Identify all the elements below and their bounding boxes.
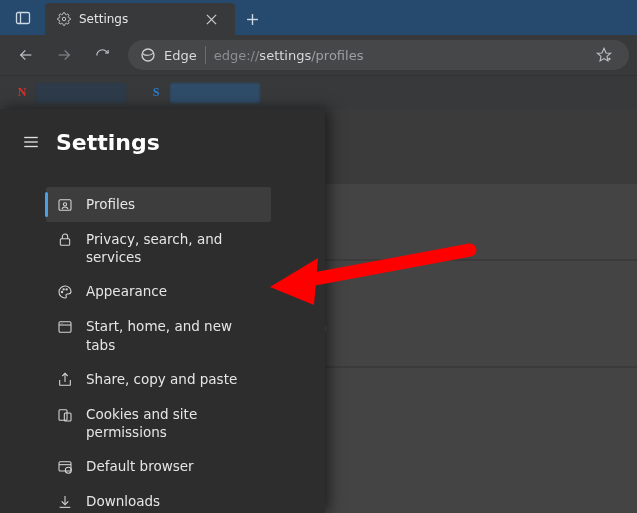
lock-icon <box>56 231 74 249</box>
bookmark-item[interactable]: N <box>6 80 134 106</box>
address-url: edge://settings/profiles <box>214 48 364 63</box>
window-icon <box>56 318 74 336</box>
svg-point-25 <box>62 323 63 324</box>
toolbar: Edge edge://settings/profiles <box>0 35 637 75</box>
edge-icon <box>140 47 156 63</box>
share-icon <box>56 371 74 389</box>
nav-appearance[interactable]: Appearance <box>46 274 271 309</box>
svg-point-2 <box>62 17 66 21</box>
svg-rect-28 <box>64 413 71 421</box>
address-divider <box>205 46 206 64</box>
nav-label: Privacy, search, and services <box>86 230 261 266</box>
nav-label: Share, copy and paste <box>86 370 237 388</box>
svg-rect-16 <box>59 200 71 211</box>
bookmark-label-redacted <box>36 83 126 103</box>
paint-icon <box>56 283 74 301</box>
browser-icon <box>56 458 74 476</box>
nav-privacy[interactable]: Privacy, search, and services <box>46 222 271 274</box>
settings-nav: Profiles Privacy, search, and services A… <box>46 187 271 513</box>
settings-sidebar: Settings Profiles Privacy, search, and s… <box>0 109 325 513</box>
bookmark-icon: N <box>14 85 30 101</box>
title-bar: Settings <box>0 0 637 35</box>
refresh-button[interactable] <box>84 37 120 73</box>
nav-label: Start, home, and new tabs <box>86 317 261 353</box>
tab-title: Settings <box>79 12 128 26</box>
nav-start[interactable]: Start, home, and new tabs <box>46 309 271 361</box>
bookmark-icon: S <box>148 85 164 101</box>
svg-rect-0 <box>16 12 29 23</box>
nav-label: Default browser <box>86 457 194 475</box>
nav-profiles[interactable]: Profiles <box>46 187 271 222</box>
svg-point-21 <box>66 289 67 290</box>
address-brand: Edge <box>164 48 197 63</box>
page-title: Settings <box>56 130 160 155</box>
content-area: n Settings Profiles Privacy, search, and… <box>0 109 637 513</box>
tab-settings[interactable]: Settings <box>45 3 235 35</box>
download-icon <box>56 493 74 511</box>
menu-icon[interactable] <box>16 127 46 157</box>
svg-rect-18 <box>60 239 69 246</box>
bookmark-item[interactable]: S <box>140 80 268 106</box>
nav-label: Appearance <box>86 282 167 300</box>
nav-cookies[interactable]: Cookies and site permissions <box>46 397 271 449</box>
bookmarks-bar: N S <box>0 75 637 109</box>
bookmark-label-redacted <box>170 83 260 103</box>
profile-icon <box>56 196 74 214</box>
nav-label: Cookies and site permissions <box>86 405 261 441</box>
svg-point-17 <box>63 203 66 206</box>
nav-default-browser[interactable]: Default browser <box>46 449 271 484</box>
address-bar[interactable]: Edge edge://settings/profiles <box>128 40 629 70</box>
tab-actions-button[interactable] <box>0 0 45 35</box>
permissions-icon <box>56 406 74 424</box>
forward-button[interactable] <box>46 37 82 73</box>
gear-icon <box>57 12 71 26</box>
nav-share[interactable]: Share, copy and paste <box>46 362 271 397</box>
nav-label: Profiles <box>86 195 135 213</box>
nav-label: Downloads <box>86 492 160 510</box>
nav-downloads[interactable]: Downloads <box>46 484 271 513</box>
favorite-button[interactable] <box>591 42 617 68</box>
new-tab-button[interactable] <box>235 3 269 35</box>
svg-rect-27 <box>59 410 67 421</box>
svg-point-19 <box>61 292 62 293</box>
svg-point-24 <box>61 323 62 324</box>
close-tab-button[interactable] <box>199 7 223 31</box>
svg-point-20 <box>63 289 64 290</box>
back-button[interactable] <box>8 37 44 73</box>
